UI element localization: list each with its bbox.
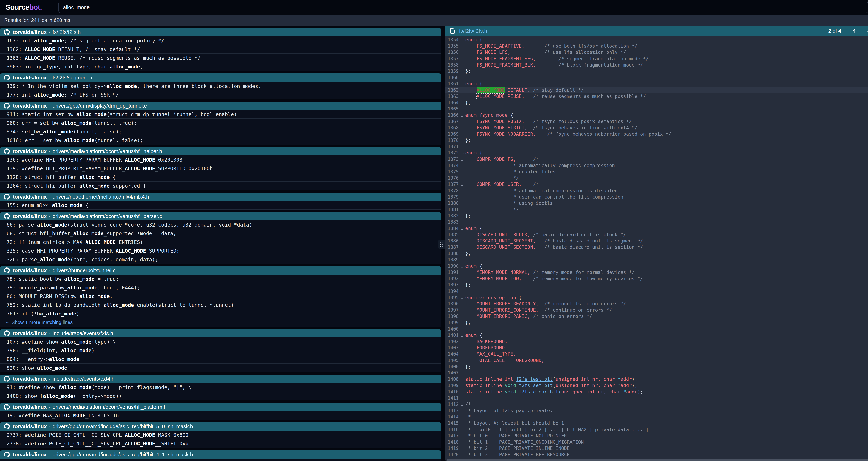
fold-toggle[interactable] <box>459 81 465 87</box>
match-line[interactable]: 1264: struct hfi_buffer_alloc_mode_suppo… <box>0 181 441 190</box>
code-before-match: parse_ <box>22 257 40 262</box>
result-file-header[interactable]: torvalds/linux·include/trace/events/ext4… <box>0 375 441 383</box>
fold-toggle[interactable] <box>459 225 465 232</box>
code-after-match: (struct drm_dp_tunnel *tunnel, bool enab… <box>106 111 237 117</box>
match-line[interactable]: 911: static int set_bw_alloc_mode(struct… <box>0 110 441 119</box>
result-file-header[interactable]: torvalds/linux·drivers/media/platform/qc… <box>0 147 441 155</box>
search-input[interactable] <box>58 2 868 13</box>
code-after-match: _MASK 0x800 <box>155 432 189 438</box>
code-token: /* use both lfs/ssr allocation */ <box>544 43 637 49</box>
match-line[interactable]: 78: static bool bw_alloc_mode = true; <box>0 275 441 283</box>
github-icon <box>4 330 10 336</box>
code-token: * Layout A: lowest bit should be 1 <box>465 420 564 426</box>
sourcebot-logo[interactable]: Sourcebot. <box>5 3 42 11</box>
match-line[interactable]: 139: * In the victim_sel_policy->alloc_m… <box>0 82 441 90</box>
horizontal-scrollbar[interactable] <box>446 459 868 461</box>
fold-toggle[interactable] <box>459 332 465 338</box>
result-file-header[interactable]: torvalds/linux·drivers/gpu/drm/amd/inclu… <box>0 451 441 459</box>
result-file-header[interactable]: torvalds/linux·drivers/media/platform/qc… <box>0 403 441 411</box>
match-line[interactable]: 804: __entry->alloc_mode <box>0 355 441 364</box>
match-line[interactable]: 2738: #define PCIE_CI_CNTL__CI_SLV_CPL_A… <box>0 439 441 448</box>
code-before-match: set_bw_ <box>22 129 43 135</box>
code-text: * bit 2 PAGE_PRIVATE_INLINE_INODE <box>465 445 569 452</box>
match-line[interactable]: 177: int alloc_mode; /* LFS or SSR */ <box>0 90 441 99</box>
line-number: 1389 <box>445 257 459 263</box>
match-line[interactable]: 974: set_bw_alloc_mode(tunnel, false); <box>0 127 441 136</box>
match-line[interactable]: 79: module_param(bw_alloc_mode, bool, 04… <box>0 283 441 292</box>
next-match-button[interactable] <box>862 26 868 36</box>
code-before-match: int <box>22 38 34 44</box>
code-token <box>530 87 533 93</box>
result-file-header[interactable]: torvalds/linux·drivers/gpu/drm/display/d… <box>0 102 441 110</box>
match-line[interactable]: 19: #define MAX_ALLOC_MODE_ENTRIES 16 <box>0 411 441 420</box>
code-token: /* stay default */ <box>533 87 584 93</box>
match-line[interactable]: 1362: ALLOC_MODE_DEFAULT, /* stay defaul… <box>0 45 441 54</box>
match-line[interactable]: 139: #define HFI_PROPERTY_PARAM_BUFFER_A… <box>0 164 441 173</box>
code-text: enum { <box>465 332 482 338</box>
code-line: 1358 FS_MODE_FRAGMENT_BLK, /* block frag… <box>445 62 868 68</box>
match-line[interactable]: 66: parse_alloc_mode(struct venus_core *… <box>0 221 441 229</box>
match-line[interactable]: 68: struct hfi_buffer_alloc_mode_support… <box>0 229 441 238</box>
line-number-prefix: 66: <box>7 222 19 228</box>
code-token <box>536 62 558 67</box>
fold-toggle[interactable] <box>459 156 465 163</box>
code-token: * <box>465 414 471 420</box>
match-line[interactable]: 790: __field(int, alloc_mode) <box>0 346 441 355</box>
code-after-match: (struct venus_core *core, u32 codecs, u3… <box>67 222 252 228</box>
code-token: /* continue on errors */ <box>544 307 612 313</box>
result-file-header[interactable]: torvalds/linux·drivers/media/platform/qc… <box>0 212 441 221</box>
match-line[interactable]: 752: static int tb_dp_bandwidth_alloc_mo… <box>0 301 441 309</box>
match-line[interactable]: 107: #define show_alloc_mode(type) \ <box>0 338 441 346</box>
code-token: MOUNT_ERRORS_CONTINUE, <box>476 307 539 313</box>
match-line[interactable]: 326: parse_alloc_mode(core, codecs, doma… <box>0 255 441 264</box>
match-line[interactable]: 155: enum mlx4_alloc_mode { <box>0 201 441 210</box>
match-line[interactable]: 325: case HFI_PROPERTY_PARAM_BUFFER_ALLO… <box>0 247 441 255</box>
panel-resize-handle[interactable] <box>438 239 445 249</box>
code-text: * automatical compression is disabled. <box>465 188 620 194</box>
code-line: 1377 COMPR_MODE_USER, /* <box>445 181 868 188</box>
result-file-header[interactable]: torvalds/linux·drivers/thunderbolt/tunne… <box>0 266 441 275</box>
fold-toggle[interactable] <box>459 181 465 188</box>
result-file-header[interactable]: torvalds/linux·drivers/gpu/drm/amd/inclu… <box>0 422 441 431</box>
match-line[interactable]: 167: int alloc_mode; /* segment allocati… <box>0 36 441 45</box>
code-token: MOUNT_ERRORS_PANIC, <box>476 314 530 319</box>
fold-toggle[interactable] <box>459 150 465 156</box>
match-line[interactable]: 80: MODULE_PARM_DESC(bw_alloc_mode, <box>0 292 441 301</box>
previous-match-button[interactable] <box>850 26 860 36</box>
match-line[interactable]: 1400: show_falloc_mode(__entry->mode)) <box>0 392 441 400</box>
fold-toggle[interactable] <box>459 37 465 43</box>
match-line[interactable]: 3903: int gc_type, int type, char alloc_… <box>0 62 441 71</box>
repo-path-separator: · <box>49 330 51 336</box>
result-file-header[interactable]: torvalds/linux·fs/f2fs/f2fs.h <box>0 28 441 36</box>
code-token <box>530 314 533 319</box>
file-path: include/trace/events/f2fs.h <box>53 330 113 336</box>
code-text: * automatically compress compression <box>465 163 615 169</box>
show-more-matches-link[interactable]: Show 1 more matching lines <box>0 318 441 327</box>
match-line[interactable]: 2737: #define PCIE_CI_CNTL__CI_SLV_CPL_A… <box>0 431 441 439</box>
match-line[interactable]: 1128: struct hfi_buffer_alloc_mode { <box>0 173 441 181</box>
match-line[interactable]: 761: if (!bw_alloc_mode) <box>0 309 441 318</box>
code-after-match: , <box>110 293 113 299</box>
fold-toggle[interactable] <box>459 294 465 301</box>
match-line[interactable]: 1016: err = set_bw_alloc_mode(tunnel, fa… <box>0 136 441 145</box>
code-token: BACKGROUND, <box>476 339 507 344</box>
match-line[interactable]: 91: #define show_falloc_mode(mode) __pri… <box>0 383 441 392</box>
match-line[interactable]: 1363: ALLOC_MODE_REUSE, /* reuse segment… <box>0 54 441 62</box>
match-line[interactable]: 2151: #define PCIE_CI_CNTL__CI_SLV_CPL_A… <box>0 459 441 461</box>
match-line[interactable]: 136: #define HFI_PROPERTY_PARAM_BUFFER_A… <box>0 155 441 164</box>
match-line[interactable]: 820: show_alloc_mode <box>0 364 441 372</box>
result-file-header[interactable]: torvalds/linux·include/trace/events/f2fs… <box>0 329 441 338</box>
match-line[interactable]: 72: if (num_entries > MAX_ALLOC_MODE_ENT… <box>0 238 441 247</box>
result-file-header[interactable]: torvalds/linux·fs/f2fs/segment.h <box>0 74 441 82</box>
code-after-match: _supported { <box>110 183 146 189</box>
match-line[interactable]: 960: err = set_bw_alloc_mode(tunnel, tru… <box>0 119 441 127</box>
preview-file-name[interactable]: fs/f2fs/f2fs.h <box>459 28 487 34</box>
fold-toggle[interactable] <box>459 263 465 269</box>
github-icon <box>4 424 10 429</box>
code-line: 1381 */ <box>445 206 868 212</box>
logo-bot: bot. <box>29 3 42 11</box>
code-token <box>510 358 513 363</box>
fold-toggle[interactable] <box>459 112 465 118</box>
result-file-header[interactable]: torvalds/linux·drivers/net/ethernet/mell… <box>0 193 441 201</box>
fold-toggle[interactable] <box>459 401 465 407</box>
